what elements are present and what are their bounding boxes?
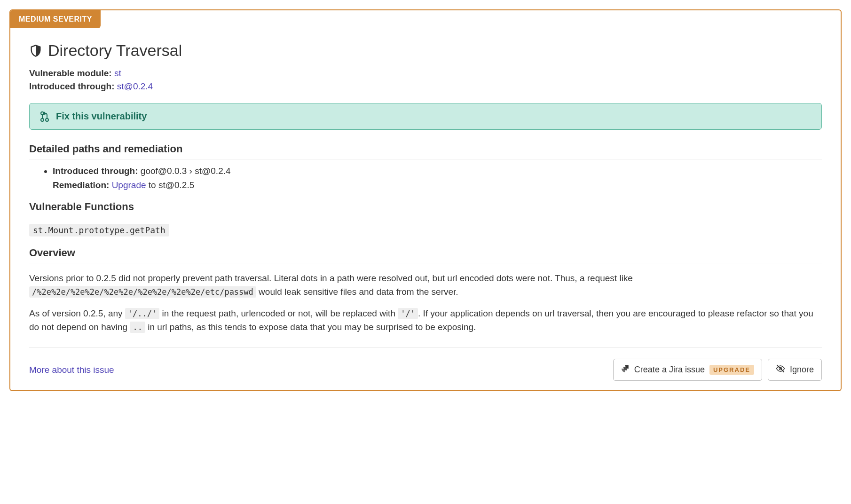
pull-request-icon [40, 111, 49, 122]
overview-p2-text-a: As of version 0.2.5, any [29, 308, 125, 318]
overview-heading: Overview [29, 247, 822, 263]
path-introduced-value: goof@0.0.3 › st@0.2.4 [141, 166, 231, 176]
card-content: Directory Traversal Vulnerable module: s… [10, 28, 841, 381]
overview-p2-text-b: in the request path, urlencoded or not, … [159, 308, 398, 318]
overview-p2-text-d: in url paths, as this tends to expose da… [145, 322, 476, 332]
fix-vulnerability-button[interactable]: Fix this vulnerability [29, 103, 822, 130]
overview-p2-code1: '/../' [125, 308, 159, 319]
ignore-button[interactable]: Ignore [768, 359, 822, 381]
create-jira-issue-button[interactable]: Create a Jira issue UPGRADE [613, 359, 762, 381]
vulnerable-module-link[interactable]: st [114, 68, 121, 78]
overview-p1-text-b: would leak sensitive files and data from… [256, 287, 458, 297]
path-list: Introduced through: goof@0.0.3 › st@0.2.… [29, 166, 822, 176]
vulnerable-functions-heading: Vulnerable Functions [29, 201, 822, 217]
jira-button-label: Create a Jira issue [634, 365, 705, 375]
overview-p2-code3: .. [130, 322, 145, 333]
title-row: Directory Traversal [29, 41, 822, 60]
introduced-through-label: Introduced through: [29, 81, 115, 91]
vulnerable-function-code: st.Mount.prototype.getPath [29, 224, 169, 236]
overview-paragraph-2: As of version 0.2.5, any '/../' in the r… [29, 307, 822, 334]
introduced-through-line: Introduced through: st@0.2.4 [29, 81, 822, 92]
svg-point-1 [41, 118, 44, 121]
remediation-target: to st@0.2.5 [146, 180, 195, 190]
footer-actions: Create a Jira issue UPGRADE Ignore [613, 359, 822, 381]
remediation-upgrade-link[interactable]: Upgrade [112, 180, 146, 190]
remediation-label: Remediation: [53, 180, 109, 190]
vulnerability-title: Directory Traversal [48, 41, 182, 60]
eye-off-icon [776, 364, 785, 376]
vulnerable-module-label: Vulnerable module: [29, 68, 112, 78]
introduced-through-link[interactable]: st@0.2.4 [117, 81, 153, 91]
remediation-line: Remediation: Upgrade to st@0.2.5 [29, 180, 822, 190]
more-about-issue-link[interactable]: More about this issue [29, 365, 114, 375]
upgrade-pill: UPGRADE [709, 365, 754, 375]
shield-icon [29, 44, 42, 57]
ignore-button-label: Ignore [790, 365, 814, 375]
overview-p2-code2: '/' [398, 308, 418, 319]
vulnerability-card: MEDIUM SEVERITY Directory Traversal Vuln… [9, 9, 842, 391]
overview-paragraph-1: Versions prior to 0.2.5 did not properly… [29, 272, 822, 299]
path-item: Introduced through: goof@0.0.3 › st@0.2.… [53, 166, 822, 176]
card-footer: More about this issue Create a Jira issu… [29, 347, 822, 381]
svg-point-2 [46, 118, 48, 121]
overview-p1-text-a: Versions prior to 0.2.5 did not properly… [29, 273, 633, 283]
fix-label: Fix this vulnerability [56, 111, 147, 122]
detailed-paths-heading: Detailed paths and remediation [29, 143, 822, 159]
severity-badge: MEDIUM SEVERITY [10, 10, 101, 28]
path-introduced-label: Introduced through: [53, 166, 138, 176]
overview-p1-code: /%2e%2e/%2e%2e/%2e%2e/%2e%2e/%2e%2e/etc/… [29, 286, 256, 298]
vulnerable-module-line: Vulnerable module: st [29, 68, 822, 79]
jira-icon [621, 364, 630, 375]
